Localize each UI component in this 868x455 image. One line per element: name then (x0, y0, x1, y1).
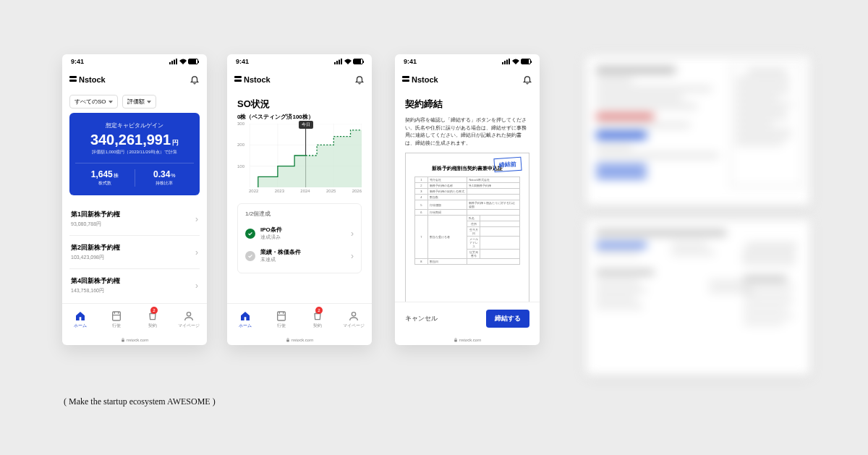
filter-valuation-dropdown[interactable]: 評価額 (122, 95, 156, 109)
tab-contract[interactable]: 2契約 (135, 304, 171, 335)
notification-bell-icon[interactable] (354, 75, 365, 85)
contract-content: 契約締結 契約内容を確認し「締結する」ボタンを押してください。氏名や住所に誤りが… (395, 90, 540, 302)
signal-icon (334, 59, 343, 64)
tab-mypage[interactable]: マイページ (171, 304, 207, 335)
svg-rect-6 (122, 339, 124, 341)
brand-name: Nstock (412, 75, 438, 84)
milestone-title: IPO条件 (260, 226, 282, 234)
bottom-tabbar: ホーム 行使 2契約 マイページ (227, 303, 372, 335)
so-list: 第1回新株予約権93,080,788円 › 第2回新株予約権103,423,09… (69, 203, 200, 302)
tagline: ( Make the startup ecosystem AWESOME ) (64, 396, 216, 407)
logo-mark-icon (234, 76, 242, 83)
status-bar: 9:41 (395, 54, 540, 69)
chevron-down-icon (147, 100, 151, 104)
brand-name: Nstock (244, 75, 271, 84)
tab-mypage[interactable]: マイページ (336, 304, 372, 335)
list-item-sub: 143,758,160円 (71, 287, 120, 294)
logo[interactable]: Nstock (234, 75, 271, 84)
svg-rect-20 (278, 312, 286, 320)
tab-exercise[interactable]: 行使 (263, 304, 299, 335)
svg-rect-27 (454, 339, 457, 341)
svg-rect-0 (169, 62, 171, 64)
bottom-tabbar: ホーム 行使 2契約 マイページ (62, 303, 207, 335)
tab-home[interactable]: ホーム (227, 304, 263, 335)
status-icons (169, 59, 198, 64)
gain-note: 評価額1,000億円（2023/11/29時点）で計算 (75, 149, 194, 156)
status-icons (334, 59, 363, 64)
tab-contract[interactable]: 2契約 (299, 304, 336, 335)
svg-rect-22 (286, 339, 289, 341)
lock-icon (286, 338, 290, 342)
lock-icon (121, 338, 125, 342)
list-item[interactable]: 第2回新株予約権103,423,098円 › (69, 236, 200, 269)
chevron-right-icon: › (351, 229, 354, 239)
stamp-label: 締結前 (493, 157, 522, 173)
battery-icon (353, 59, 363, 64)
ratio-stat: 0.34% 持株比率 (135, 169, 195, 187)
contract-header: 契約締結 (395, 90, 540, 114)
svg-rect-3 (176, 59, 177, 64)
submit-button[interactable]: 締結する (486, 310, 529, 328)
wifi-icon (179, 59, 187, 64)
contract-document[interactable]: 締結前 新株予約権割当契約書兼申込証 1発行会社Nstock株式会社 2新株予約… (405, 153, 529, 302)
brand-name: Nstock (79, 75, 106, 84)
y-tick: 300 (237, 122, 244, 126)
filter-valuation-label: 評価額 (127, 98, 145, 106)
tab-badge: 2 (150, 307, 158, 314)
blurred-desktop-panel-1 (586, 56, 810, 205)
contract-title: 契約締結 (405, 98, 529, 111)
today-marker: 今日 (299, 121, 313, 129)
svg-rect-9 (339, 60, 340, 65)
wifi-icon (512, 59, 519, 64)
status-bar: 9:41 (227, 54, 372, 69)
logo[interactable]: Nstock (402, 75, 438, 84)
chevron-down-icon (109, 100, 113, 104)
y-tick: 100 (237, 164, 244, 169)
phone-home: 9:41 Nstock すべてのSO 評価額 想定キャピタルゲイン 340,26… (62, 54, 207, 345)
milestone-row[interactable]: 業績・株価条件未達成 › (245, 244, 354, 267)
status-time: 9:41 (404, 58, 417, 65)
milestone-card: 1/2個達成 IPO条件達成済み › 業績・株価条件未達成 › (237, 203, 362, 273)
logo-mark-icon (402, 76, 409, 83)
svg-rect-24 (504, 61, 506, 64)
user-icon (348, 310, 359, 322)
tab-home[interactable]: ホーム (62, 304, 98, 335)
list-item[interactable]: 第1回新株予約権93,080,788円 › (69, 203, 200, 236)
list-item-title: 第1回新株予約権 (71, 210, 120, 219)
chevron-right-icon: › (195, 281, 198, 291)
check-circle-icon (245, 229, 255, 239)
notification-bell-icon[interactable] (190, 75, 200, 85)
exercise-icon (276, 310, 287, 322)
logo[interactable]: Nstock (69, 75, 106, 84)
svg-rect-8 (336, 61, 338, 64)
notification-bell-icon[interactable] (522, 75, 532, 85)
filter-so-dropdown[interactable]: すべてのSO (69, 95, 118, 109)
y-tick: 200 (237, 143, 244, 147)
so-content: SO状況 0株（ベスティング済100株） 今日 100 200 300 2022… (227, 90, 372, 303)
battery-icon (521, 59, 531, 64)
shares-stat: 1,645株 株式数 (75, 169, 135, 187)
battery-icon (188, 59, 198, 64)
list-item[interactable]: 第4回新株予約権143,758,160円 › (69, 269, 200, 302)
milestone-row[interactable]: IPO条件達成済み › (245, 222, 354, 244)
cancel-button[interactable]: キャンセル (405, 314, 438, 323)
x-axis-ticks: 20222023202420252026 (237, 189, 362, 193)
milestone-head: 1/2個達成 (245, 210, 354, 218)
capital-gain-card: 想定キャピタルゲイン 340,261,991円 評価額1,000億円（2023/… (69, 113, 200, 195)
doc-table: 1発行会社Nstock株式会社 2新株予約権の名称第1回新株予約権 3新株予約権… (414, 177, 520, 265)
phone-so-status: 9:41 Nstock SO状況 0株（ベスティング済100株） 今日 100 … (227, 54, 372, 345)
tab-badge: 2 (315, 307, 323, 314)
milestone-status: 未達成 (260, 256, 301, 263)
so-header: SO状況 0株（ベスティング済100株） (227, 90, 372, 124)
url-bar: nstock.com (227, 335, 372, 345)
svg-rect-7 (334, 62, 336, 64)
gain-stats-row: 1,645株 株式数 0.34% 持株比率 (75, 163, 194, 187)
tab-exercise[interactable]: 行使 (98, 304, 135, 335)
logo-mark-icon (69, 76, 77, 83)
svg-rect-23 (502, 62, 503, 64)
home-content: すべてのSO 評価額 想定キャピタルゲイン 340,261,991円 評価額1,… (62, 90, 207, 303)
list-item-title: 第2回新株予約権 (71, 243, 120, 252)
home-icon (75, 310, 86, 322)
app-header: Nstock (395, 69, 540, 90)
svg-rect-26 (509, 59, 510, 64)
